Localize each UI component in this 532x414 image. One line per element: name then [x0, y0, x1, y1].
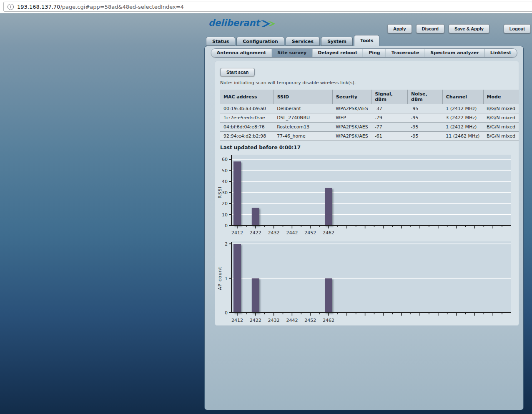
- tab-system[interactable]: System: [321, 37, 353, 46]
- col-header-security: Security: [332, 90, 371, 104]
- subtab-site-survey[interactable]: Site survey: [272, 49, 312, 57]
- url-path: /page.cgi#app=58ad&48ed-selectedIndex=4: [60, 4, 183, 10]
- page-info-icon[interactable]: i: [8, 4, 14, 10]
- tab-services[interactable]: Services: [286, 37, 320, 46]
- svg-text:20: 20: [222, 201, 228, 206]
- site-survey-card: Start scan Note: initiating scan will te…: [215, 61, 519, 326]
- table-row: 04:bf:6d:04:e8:76Rostelecom13WPA2PSK/AES…: [220, 123, 519, 132]
- cell: 1 (2412 MHz): [442, 104, 483, 113]
- cell: B/G/N mixed: [483, 113, 519, 123]
- svg-text:2442: 2442: [286, 318, 298, 323]
- svg-text:0: 0: [225, 223, 228, 228]
- cell: -79: [371, 113, 408, 123]
- deliberant-logo: deliberant: [208, 18, 275, 28]
- tools-panel: Antenna alignmentSite surveyDelayed rebo…: [204, 46, 524, 410]
- svg-text:2462: 2462: [323, 318, 334, 323]
- col-header-mac-address: MAC address: [220, 90, 274, 104]
- cell: B/G/N mixed: [483, 132, 519, 141]
- svg-text:2462: 2462: [323, 230, 334, 236]
- save-apply-button[interactable]: Save & Apply: [449, 24, 489, 33]
- col-header-ssid: SSID: [274, 90, 332, 104]
- tab-status[interactable]: Status: [206, 37, 235, 46]
- last-updated-label: Last updated before 0:00:17: [220, 145, 519, 151]
- svg-text:2: 2: [225, 241, 228, 247]
- svg-text:2442: 2442: [286, 230, 298, 236]
- svg-text:2412: 2412: [231, 318, 243, 323]
- rssi-chart: 0102030405060241224222432244224522462RSS…: [216, 154, 511, 237]
- cell: 11 (2462 MHz): [442, 132, 483, 141]
- logo-text: deliberant: [208, 18, 259, 28]
- cell: -77: [371, 123, 408, 132]
- svg-text:2452: 2452: [304, 318, 316, 323]
- cell: DSL_2740NRU: [274, 113, 332, 123]
- col-header-noise-dbm: Noise, dBm: [408, 90, 443, 104]
- col-header-channel: Channel: [442, 90, 483, 104]
- apply-button[interactable]: Apply: [387, 24, 412, 33]
- svg-text:0: 0: [225, 310, 228, 316]
- svg-text:2422: 2422: [250, 230, 261, 236]
- url-host: 193.168.137.70: [17, 4, 60, 10]
- svg-text:50: 50: [222, 168, 228, 173]
- subtab-traceroute[interactable]: Traceroute: [386, 49, 425, 57]
- cell: Rostelecom13: [274, 123, 332, 132]
- tab-configuration[interactable]: Configuration: [236, 37, 284, 46]
- browser-chrome: i 193.168.137.70/page.cgi#app=58ad&48ed-…: [0, 0, 532, 13]
- url-bar[interactable]: i 193.168.137.70/page.cgi#app=58ad&48ed-…: [3, 2, 532, 12]
- col-header-mode: Mode: [483, 90, 519, 104]
- table-row: 1c:7e:e5:ed:c0:aeDSL_2740NRUWEP-79-953 (…: [220, 113, 519, 123]
- site-survey-table: MAC addressSSIDSecuritySignal, dBmNoise,…: [220, 90, 519, 141]
- discard-button[interactable]: Discard: [416, 24, 444, 33]
- svg-text:AP count: AP count: [217, 266, 223, 290]
- cell: -95: [408, 104, 443, 113]
- cell: Deliberant: [274, 104, 332, 113]
- cell: 77-46_home: [274, 132, 332, 141]
- svg-text:10: 10: [222, 212, 228, 218]
- svg-text:40: 40: [222, 179, 228, 184]
- page-background: deliberant ApplyDiscardSave & Apply Logo…: [0, 13, 532, 414]
- table-row: 00:19:3b:a3:b9:a0DeliberantWPA2PSK/AES-3…: [220, 104, 519, 113]
- cell: -61: [371, 132, 408, 141]
- subtab-delayed-reboot[interactable]: Delayed reboot: [312, 49, 363, 57]
- logo-chevron-icon: [260, 20, 275, 28]
- cell: -95: [408, 132, 443, 141]
- cell: B/G/N mixed: [483, 123, 519, 132]
- cell: -37: [371, 104, 408, 113]
- cell: 00:19:3b:a3:b9:a0: [220, 104, 274, 113]
- cell: 3 (2422 MHz): [442, 113, 483, 123]
- scan-note: Note: initiating scan will temporary dis…: [220, 80, 519, 85]
- subtab-antenna-alignment[interactable]: Antenna alignment: [211, 49, 272, 57]
- cell: 1c:7e:e5:ed:c0:ae: [220, 113, 274, 123]
- cell: B/G/N mixed: [483, 104, 519, 113]
- cell: 92:94:e4:d2:b2:98: [220, 132, 274, 141]
- svg-text:2452: 2452: [304, 230, 316, 236]
- subtab-spectrum-analyzer[interactable]: Spectrum analyzer: [425, 49, 485, 57]
- svg-text:1: 1: [225, 276, 228, 281]
- url-text: 193.168.137.70/page.cgi#app=58ad&48ed-se…: [17, 4, 184, 10]
- tools-subtabs: Antenna alignmentSite surveyDelayed rebo…: [211, 48, 517, 58]
- ap-count-chart: 012241224222432244224522462AP count: [216, 241, 511, 325]
- subtab-ping[interactable]: Ping: [363, 49, 386, 57]
- col-header-signal-dbm: Signal, dBm: [371, 90, 408, 104]
- svg-text:2432: 2432: [268, 318, 280, 323]
- svg-text:2432: 2432: [268, 230, 280, 236]
- table-header: MAC addressSSIDSecuritySignal, dBmNoise,…: [220, 90, 519, 104]
- svg-text:30: 30: [222, 190, 228, 196]
- svg-text:2422: 2422: [250, 318, 261, 323]
- subtab-linktest[interactable]: Linktest: [485, 49, 517, 57]
- main-tabs: StatusConfigurationServicesSystemTools: [206, 35, 379, 46]
- cell: WPA2PSK/AES: [332, 132, 371, 141]
- table-row: 92:94:e4:d2:b2:9877-46_homeWPA2PSK/AES-6…: [220, 132, 519, 141]
- cell: WPA2PSK/AES: [332, 104, 371, 113]
- cell: WPA2PSK/AES: [332, 123, 371, 132]
- svg-text:60: 60: [222, 157, 228, 162]
- start-scan-button[interactable]: Start scan: [220, 68, 255, 76]
- cell: WEP: [332, 113, 371, 123]
- svg-text:2412: 2412: [231, 230, 243, 236]
- logout-button[interactable]: Logout: [504, 24, 531, 33]
- cell: 04:bf:6d:04:e8:76: [220, 123, 274, 132]
- cell: -95: [408, 113, 443, 123]
- svg-text:RSSI: RSSI: [217, 186, 223, 198]
- header-buttons: ApplyDiscardSave & Apply: [387, 24, 489, 33]
- tab-tools[interactable]: Tools: [354, 35, 379, 46]
- cell: -95: [408, 123, 443, 132]
